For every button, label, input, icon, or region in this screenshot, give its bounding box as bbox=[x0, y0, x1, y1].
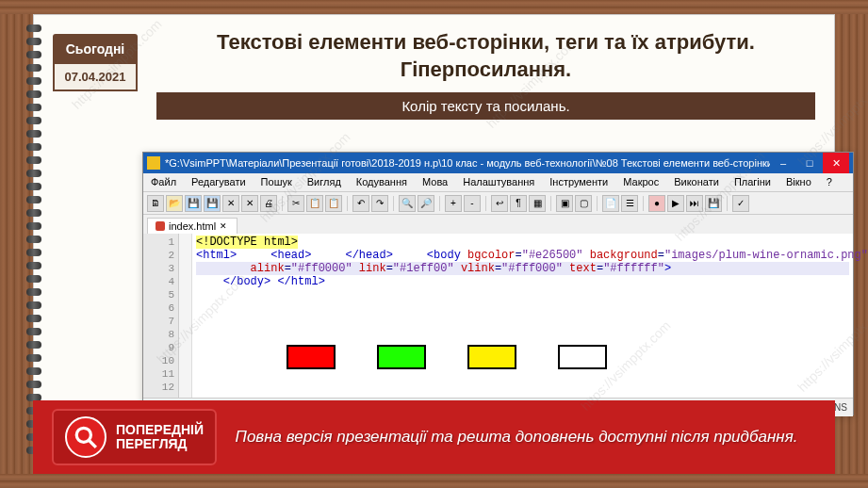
npp-titlebar[interactable]: *G:\VsimPPT\Матеріали\Презентації готові… bbox=[143, 153, 853, 173]
menu-tools[interactable]: Інструменти bbox=[542, 173, 615, 191]
menu-settings[interactable]: Налаштування bbox=[455, 173, 542, 191]
maximize-button[interactable]: □ bbox=[796, 153, 823, 173]
code-head-close: </head> bbox=[319, 249, 393, 262]
line-numbers: 123456789101112 bbox=[143, 234, 179, 398]
tool-closeall-icon[interactable]: ✕ bbox=[241, 195, 258, 212]
menu-plugins[interactable]: Плагіни bbox=[727, 173, 778, 191]
tool-zoomout-icon[interactable]: - bbox=[464, 195, 481, 212]
npp-tab[interactable]: index.html ✕ bbox=[147, 218, 237, 234]
npp-tab-label: index.html bbox=[169, 220, 216, 232]
npp-toolbar: 🗎 📂 💾 💾 ✕ ✕ 🖨 ✂ 📋 📋 ↶ ↷ 🔍 🔎 + - ↩ ¶ ▦ bbox=[143, 192, 853, 215]
tool-savemacro-icon[interactable]: 💾 bbox=[705, 195, 722, 212]
tool-playmulti-icon[interactable]: ⏭ bbox=[686, 195, 703, 212]
tool-cut-icon[interactable]: ✂ bbox=[287, 195, 304, 212]
tool-paste-icon[interactable]: 📋 bbox=[325, 195, 342, 212]
swatch-red bbox=[287, 345, 336, 369]
tool-saveall-icon[interactable]: 💾 bbox=[204, 195, 221, 212]
tool-redo-icon[interactable]: ↷ bbox=[371, 195, 388, 212]
tool-save-icon[interactable]: 💾 bbox=[185, 195, 202, 212]
title-area: Текстові елементи веб-сторінки, теги та … bbox=[156, 15, 815, 83]
swatch-white bbox=[558, 345, 607, 369]
binding-rings bbox=[26, 24, 41, 464]
menu-search[interactable]: Пошук bbox=[254, 173, 300, 191]
menu-window[interactable]: Вікно bbox=[778, 173, 819, 191]
notepadpp-window: *G:\VsimPPT\Матеріали\Презентації готові… bbox=[142, 152, 854, 415]
fold-column[interactable] bbox=[179, 234, 192, 398]
preview-label: ПОПЕРЕДНІЙ ПЕРЕГЛЯД bbox=[116, 423, 204, 452]
tool-new-icon[interactable]: 🗎 bbox=[147, 195, 164, 212]
menu-language[interactable]: Мова bbox=[415, 173, 455, 191]
tool-spellcheck-icon[interactable]: ✓ bbox=[732, 195, 749, 212]
menu-run[interactable]: Виконати bbox=[666, 173, 727, 191]
minimize-button[interactable]: – bbox=[770, 153, 796, 173]
tool-undo-icon[interactable]: ↶ bbox=[352, 195, 369, 212]
tab-modified-icon bbox=[156, 221, 165, 231]
menu-file[interactable]: Файл bbox=[143, 173, 184, 191]
tool-close-icon[interactable]: ✕ bbox=[222, 195, 239, 212]
npp-tabbar: index.html ✕ bbox=[143, 215, 853, 234]
preview-badge[interactable]: ПОПЕРЕДНІЙ ПЕРЕГЛЯД bbox=[52, 409, 217, 465]
code-area[interactable]: <!DOCTYPE html> <html> <head> </head> <b… bbox=[192, 234, 853, 398]
tool-funclist-icon[interactable]: ☰ bbox=[621, 195, 638, 212]
tool-print-icon[interactable]: 🖨 bbox=[260, 195, 277, 212]
page-title: Текстові елементи веб-сторінки, теги та … bbox=[156, 29, 815, 83]
npp-title-text: *G:\VsimPPT\Матеріали\Презентації готові… bbox=[165, 157, 770, 169]
subtitle-bar: Колір тексту та посилань. bbox=[156, 92, 815, 120]
tool-copy-icon[interactable]: 📋 bbox=[306, 195, 323, 212]
tab-close-icon[interactable]: ✕ bbox=[220, 221, 229, 231]
date-label: Сьогодні bbox=[53, 34, 138, 64]
bottom-banner: ПОПЕРЕДНІЙ ПЕРЕГЛЯД Повна версія презент… bbox=[33, 400, 835, 474]
color-swatches bbox=[287, 345, 607, 369]
magnifier-icon bbox=[65, 416, 106, 458]
menu-edit[interactable]: Редагувати bbox=[184, 173, 254, 191]
code-doctype: <!DOCTYPE html> bbox=[196, 236, 298, 249]
date-value: 07.04.2021 bbox=[53, 64, 138, 91]
menu-macro[interactable]: Макрос bbox=[615, 173, 666, 191]
code-html-open: <html> bbox=[196, 249, 237, 262]
tool-open-icon[interactable]: 📂 bbox=[166, 195, 183, 212]
svg-line-1 bbox=[89, 440, 96, 447]
tool-play-icon[interactable]: ▶ bbox=[667, 195, 684, 212]
tool-find-icon[interactable]: 🔍 bbox=[399, 195, 416, 212]
swatch-green bbox=[377, 345, 426, 369]
menu-encoding[interactable]: Кодування bbox=[349, 173, 415, 191]
tool-indent-icon[interactable]: ▦ bbox=[529, 195, 546, 212]
tool-fold-icon[interactable]: ▣ bbox=[556, 195, 573, 212]
wood-border-bottom bbox=[0, 474, 868, 488]
npp-app-icon bbox=[147, 156, 160, 170]
tool-showchars-icon[interactable]: ¶ bbox=[510, 195, 527, 212]
npp-menubar: Файл Редагувати Пошук Вигляд Кодування М… bbox=[143, 173, 853, 192]
date-badge: Сьогодні 07.04.2021 bbox=[53, 34, 138, 91]
svg-point-0 bbox=[76, 428, 90, 442]
code-head-open: <head> bbox=[243, 249, 311, 262]
banner-message: Повна версія презентації та решта доповн… bbox=[217, 427, 816, 447]
tool-record-icon[interactable]: ● bbox=[648, 195, 665, 212]
code-body-close: </body> bbox=[196, 275, 270, 288]
tool-docmap-icon[interactable]: 📄 bbox=[602, 195, 619, 212]
code-html-close: </html> bbox=[277, 275, 324, 288]
menu-help[interactable]: ? bbox=[819, 173, 840, 191]
close-button[interactable]: ✕ bbox=[823, 153, 849, 173]
swatch-yellow bbox=[467, 345, 516, 369]
tool-wordwrap-icon[interactable]: ↩ bbox=[491, 195, 508, 212]
tool-zoomin-icon[interactable]: + bbox=[445, 195, 462, 212]
npp-editor[interactable]: 123456789101112 <!DOCTYPE html> <html> <… bbox=[143, 234, 853, 398]
tool-unfold-icon[interactable]: ▢ bbox=[575, 195, 592, 212]
menu-view[interactable]: Вигляд bbox=[300, 173, 349, 191]
tool-replace-icon[interactable]: 🔎 bbox=[418, 195, 434, 212]
wood-border-top bbox=[0, 0, 868, 14]
